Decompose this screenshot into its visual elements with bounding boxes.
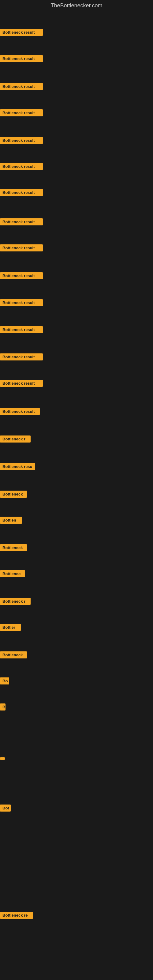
bottleneck-item-20[interactable]: Bottleneck [0,544,27,552]
bottleneck-item-25[interactable]: Bo [0,678,9,686]
bottleneck-badge-17: Bottleneck resu [0,463,35,470]
bottleneck-item-11[interactable]: Bottleneck result [0,299,43,307]
bottleneck-item-8[interactable]: Bottleneck result [0,218,43,227]
bottleneck-badge-7: Bottleneck result [0,189,43,196]
bottleneck-item-13[interactable]: Bottleneck result [0,353,43,362]
bottleneck-item-14[interactable]: Bottleneck result [0,380,43,388]
bottleneck-item-15[interactable]: Bottleneck result [0,408,40,416]
bottleneck-item-24[interactable]: Bottleneck [0,651,27,660]
bottleneck-badge-26: B [0,703,5,711]
bottleneck-item-27[interactable] [0,756,5,761]
bottleneck-badge-20: Bottleneck [0,544,27,551]
bottleneck-badge-23: Bottler [0,624,21,631]
bottleneck-badge-8: Bottleneck result [0,218,43,225]
bottleneck-item-10[interactable]: Bottleneck result [0,272,43,280]
bottleneck-badge-3: Bottleneck result [0,83,43,90]
bottleneck-badge-18: Bottleneck [0,491,27,498]
bottleneck-badge-28: Bot [0,805,11,811]
bottleneck-item-23[interactable]: Bottler [0,624,21,632]
bottleneck-badge-6: Bottleneck result [0,163,43,170]
bottleneck-item-4[interactable]: Bottleneck result [0,109,43,118]
site-title: TheBottlenecker.com [0,0,153,11]
bottleneck-item-3[interactable]: Bottleneck result [0,83,43,91]
bottleneck-item-22[interactable]: Bottleneck r [0,598,30,606]
bottleneck-item-12[interactable]: Bottleneck result [0,326,43,334]
bottleneck-item-6[interactable]: Bottleneck result [0,163,43,171]
bottleneck-item-29[interactable]: Bottleneck re [0,912,33,920]
bottleneck-item-28[interactable]: Bot [0,805,11,813]
bottleneck-badge-25: Bo [0,678,9,684]
bottleneck-item-19[interactable]: Bottlen [0,517,22,525]
bottleneck-item-17[interactable]: Bottleneck resu [0,463,35,471]
bottleneck-badge-27 [0,757,5,760]
bottleneck-badge-15: Bottleneck result [0,408,40,415]
bottleneck-item-7[interactable]: Bottleneck result [0,189,43,197]
bottleneck-badge-9: Bottleneck result [0,244,43,251]
bottleneck-item-2[interactable]: Bottleneck result [0,55,43,64]
bottleneck-badge-14: Bottleneck result [0,380,43,387]
bottleneck-badge-4: Bottleneck result [0,109,43,116]
bottleneck-badge-1: Bottleneck result [0,29,43,36]
bottleneck-item-21[interactable]: Bottlenec [0,570,25,579]
bottleneck-badge-10: Bottleneck result [0,272,43,279]
bottleneck-badge-16: Bottleneck r [0,436,30,442]
bottleneck-item-9[interactable]: Bottleneck result [0,244,43,253]
bottleneck-badge-12: Bottleneck result [0,326,43,333]
bottleneck-item-16[interactable]: Bottleneck r [0,436,30,444]
bottleneck-badge-22: Bottleneck r [0,598,30,605]
bottleneck-badge-5: Bottleneck result [0,137,43,144]
bottleneck-badge-19: Bottlen [0,517,22,524]
bottleneck-badge-11: Bottleneck result [0,299,43,306]
bottleneck-badge-29: Bottleneck re [0,912,33,919]
bottleneck-badge-24: Bottleneck [0,651,27,659]
bottleneck-badge-2: Bottleneck result [0,55,43,62]
bottleneck-item-18[interactable]: Bottleneck [0,491,27,499]
bottleneck-item-5[interactable]: Bottleneck result [0,137,43,145]
bottleneck-badge-13: Bottleneck result [0,353,43,360]
bottleneck-item-26[interactable]: B [0,703,5,712]
bottleneck-item-1[interactable]: Bottleneck result [0,29,43,37]
bottleneck-badge-21: Bottlenec [0,570,25,577]
